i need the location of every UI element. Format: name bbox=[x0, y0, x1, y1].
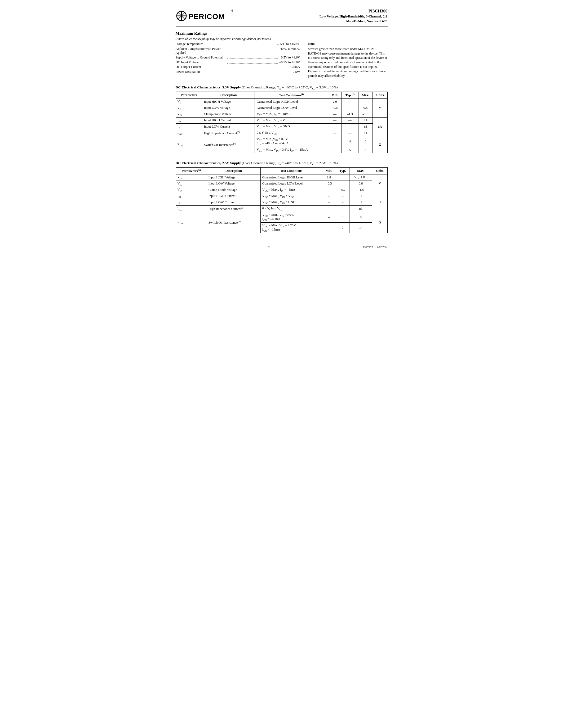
max-ron2: 8 bbox=[358, 147, 373, 153]
max-vik: –1.8 bbox=[358, 111, 373, 118]
desc-vil: Input LOW Voltage bbox=[202, 105, 255, 111]
row-dots bbox=[234, 69, 292, 73]
desc-vil-25: Inout LOW Voltage bbox=[207, 181, 260, 187]
col-max: Max. bbox=[358, 92, 373, 99]
svg-text:PERICOM: PERICOM bbox=[188, 12, 225, 21]
min-vil: –0.5 bbox=[328, 105, 342, 111]
cond-ron1-25: VCC = Min., VIN =0.0V,ION = –48mA bbox=[260, 212, 322, 222]
max-ratings-row: DC Input Voltage –0.5V to +6.0V bbox=[176, 60, 300, 65]
typ-vik-25: –0.7 bbox=[336, 187, 349, 193]
max-ron1-25: 8 bbox=[349, 212, 372, 222]
desc-iil-25: Input LOW Current bbox=[207, 199, 260, 206]
table-row: VIH Input HIGH Voltage Guaranteed Logic … bbox=[176, 99, 387, 105]
header-subtitle1: Low Voltage, High-Bandwidth, 3-Channel, … bbox=[320, 14, 388, 19]
dc33-table: Parameters Description Test Conditions(1… bbox=[176, 92, 388, 153]
footer-right: PS8727A 07/07/04 bbox=[363, 246, 387, 249]
desc-ron-25: Switch On-Resistance(4) bbox=[207, 212, 260, 233]
dc25-tbody: VIH Input HIGH Voltage Guaranteed Logic … bbox=[176, 174, 387, 233]
min-vik-25: – bbox=[322, 187, 336, 193]
units-ua-group1: μA bbox=[373, 117, 388, 136]
table-row: RON Switch On-Resistance(4) VCC = Min.,V… bbox=[176, 136, 387, 147]
row-value: –65°C to +150°C bbox=[277, 42, 300, 46]
row-value: –40°C to +85°C bbox=[279, 47, 300, 55]
param-iil-25: IIL bbox=[176, 199, 207, 206]
max-vih: — bbox=[358, 99, 373, 105]
cond-iih-25: VCC = Max., VIN = VCC bbox=[260, 193, 322, 199]
desc-iozh-25: High Impedance Current(3) bbox=[207, 205, 260, 212]
col-parameters: Parameters bbox=[176, 92, 202, 99]
col-description: Description bbox=[202, 92, 255, 99]
cond-vik-25: VCC = Max., IIN = –6mA bbox=[260, 187, 322, 193]
dc25-section: DC Electrical Characteristics, 2.5V Supp… bbox=[176, 161, 388, 233]
max-ron1: 6 bbox=[358, 136, 373, 147]
max-iozh-25: ±1 bbox=[349, 205, 372, 212]
max-vik-25: –1.8 bbox=[349, 187, 372, 193]
table-row: VIK Clamp diode Voltage VCC = Min., IIN … bbox=[176, 111, 387, 118]
max-ratings-content: Storage Temperature –65°C to +150°C Ambi… bbox=[176, 42, 388, 78]
param-vik-25: VIK bbox=[176, 187, 207, 193]
desc-ron: Switch On-Resistance(4) bbox=[202, 136, 255, 153]
row-value: 120mA bbox=[290, 65, 300, 69]
cond-vil-25: Guaranteed Logic LOW Level bbox=[260, 181, 322, 187]
row-dots bbox=[227, 60, 278, 64]
min-ron1: — bbox=[328, 136, 342, 147]
min-vih-25: 1.8 bbox=[322, 174, 336, 181]
col-max-2: Max. bbox=[349, 168, 372, 174]
typ-iil-25: – bbox=[336, 199, 349, 206]
typ-iil: — bbox=[342, 124, 358, 130]
min-ron1-25: – bbox=[322, 212, 336, 222]
table-row: IOZH High Impedance Current(3) 0 ≤ Y, In… bbox=[176, 205, 387, 212]
dc33-tbody: VIH Input HIGH Voltage Guaranteed Logic … bbox=[176, 99, 387, 153]
typ-vil-25: – bbox=[336, 181, 349, 187]
units-v-group2: V bbox=[372, 174, 387, 193]
table-row: VIK Clamp Diode Voltage VCC = Max., IIN … bbox=[176, 187, 387, 193]
max-vih-25: VCC + 0.3 bbox=[349, 174, 372, 181]
typ-iozh: — bbox=[342, 130, 358, 136]
cond-iil-25: VCC = Max., VIN = GND bbox=[260, 199, 322, 206]
col-units-2: Units bbox=[372, 168, 387, 174]
cond-iih: VCC = Max., VIN = VCC bbox=[255, 117, 328, 124]
typ-ron2-25: 7 bbox=[336, 222, 349, 233]
max-ratings-subtitle: (Above which the useful life may be impa… bbox=[176, 37, 388, 41]
col-typ: Typ.(2) bbox=[342, 92, 358, 99]
param-ron-25: RON bbox=[176, 212, 207, 233]
col-parameters-5: Parameters(5) bbox=[176, 168, 207, 174]
units-ohm-group2: Ω bbox=[372, 212, 387, 233]
table-row: IIL Input LOW Current VCC = Max., VIN = … bbox=[176, 199, 387, 206]
row-dots bbox=[227, 46, 277, 54]
typ-iozh-25: – bbox=[336, 205, 349, 212]
dc33-title: DC Electrical Characteristics, 3.3V Supp… bbox=[176, 85, 388, 90]
col-description-2: Description bbox=[207, 168, 260, 174]
max-ratings-row: Power Dissipation 0.5W bbox=[176, 69, 300, 74]
footer-date: 07/07/04 bbox=[377, 246, 387, 249]
typ-iih-25: – bbox=[336, 193, 349, 199]
max-iozh: ±1 bbox=[358, 130, 373, 136]
param-iih-25: IIH bbox=[176, 193, 207, 199]
desc-iih: Input HIGH Current bbox=[202, 117, 255, 124]
max-ratings-section: Maximum Ratings (Above which the useful … bbox=[176, 31, 388, 78]
cond-ron1: VCC = Min.,VIN = 0.0VION = –48mA or –64m… bbox=[255, 136, 328, 147]
logo-area: PERICOM ® bbox=[176, 8, 234, 24]
col-test-conditions: Test Conditions(1) bbox=[255, 92, 328, 99]
units-ohm-group1: Ω bbox=[373, 136, 388, 153]
row-label: DC Output Current bbox=[176, 65, 232, 69]
header-title: PI3CH360 Low Voltage, High-Bandwidth, 3-… bbox=[320, 8, 388, 24]
min-ron2-25: – bbox=[322, 222, 336, 233]
max-ratings-note: Note: Stresses greater than those listed… bbox=[308, 42, 388, 78]
row-dots bbox=[227, 55, 278, 59]
cond-iozh-25: 0 ≤ Y, In ≤ VCC bbox=[260, 205, 322, 212]
cond-vik: VCC = Min., IIN = –18mA bbox=[255, 111, 328, 118]
desc-vik: Clamp diode Voltage bbox=[202, 111, 255, 118]
row-label: Storage Temperature bbox=[176, 42, 225, 46]
row-dots bbox=[233, 64, 289, 68]
min-iih-25: – bbox=[322, 193, 336, 199]
note-title: Note: bbox=[308, 42, 388, 46]
dc25-title-bold: DC Electrical Characteristics, 2.5V Supp… bbox=[176, 161, 241, 165]
max-ratings-row: Supply Voltage to Ground Potential –0.5V… bbox=[176, 55, 300, 60]
param-ron: RON bbox=[176, 136, 202, 153]
part-number: PI3CH360 bbox=[320, 8, 388, 14]
desc-vih-25: Input HIGH Voltage bbox=[207, 174, 260, 181]
desc-vik-25: Clamp Diode Voltage bbox=[207, 187, 260, 193]
min-iil-25: – bbox=[322, 199, 336, 206]
param-iozh: IOZH bbox=[176, 130, 202, 136]
